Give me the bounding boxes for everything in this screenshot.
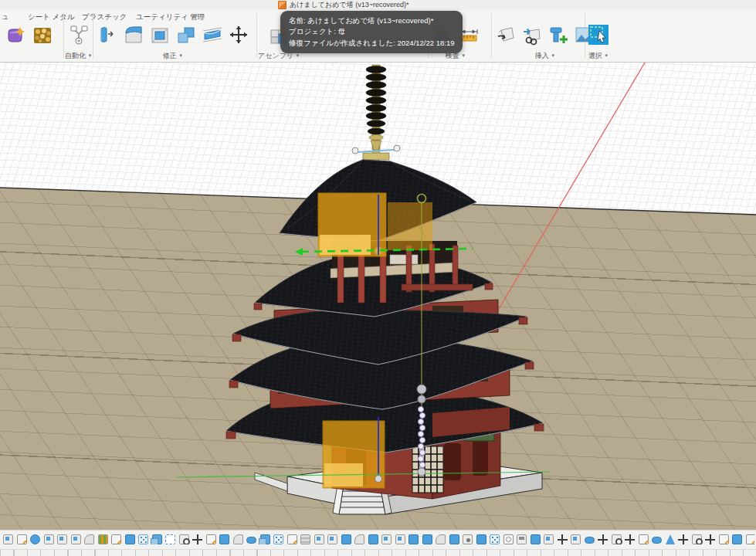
group-label-automate[interactable]: 自動化 ▼ xyxy=(65,51,92,61)
timeline-feature-extrude-icon[interactable] xyxy=(381,534,392,544)
door-opening xyxy=(444,443,461,480)
timeline-feature-move-icon[interactable] xyxy=(192,534,202,544)
timeline-feature-solid-icon[interactable] xyxy=(409,534,419,544)
ribbon-divider xyxy=(491,13,492,58)
timeline-feature-flag-icon[interactable] xyxy=(517,534,527,544)
fillet-icon[interactable] xyxy=(122,22,145,47)
timeline-feature-circle-icon[interactable] xyxy=(503,534,514,544)
ribbon-group-clipped xyxy=(5,21,54,59)
timeline-feature-move-icon[interactable] xyxy=(678,534,688,544)
timeline-feature-solid-icon[interactable] xyxy=(531,534,541,544)
timeline-feature-fillet-icon[interactable] xyxy=(233,534,243,544)
sorin-spire[interactable] xyxy=(352,65,400,160)
group-label-modify[interactable]: 修正 ▼ xyxy=(163,51,183,61)
move-icon[interactable] xyxy=(227,22,250,47)
timeline-feature-select-set-icon[interactable] xyxy=(165,534,175,544)
shell-icon[interactable] xyxy=(148,22,171,47)
timeline-feature-solid-icon[interactable] xyxy=(422,534,432,544)
chevron-down-icon: ▼ xyxy=(88,53,93,58)
timeline-feature-combine-icon[interactable] xyxy=(260,534,270,544)
timeline-feature-extrude-icon[interactable] xyxy=(314,534,324,544)
timeline-feature-sketch-icon[interactable] xyxy=(17,534,27,544)
timeline-feature-solid-icon[interactable] xyxy=(449,534,459,544)
timeline-feature-form-icon[interactable] xyxy=(30,534,40,544)
combine-icon[interactable] xyxy=(175,22,198,47)
timeline-feature-solid-icon[interactable] xyxy=(125,534,135,544)
chevron-down-icon: ▼ xyxy=(604,53,609,58)
split-body-icon[interactable] xyxy=(201,22,224,47)
selected-body-orange-4f[interactable] xyxy=(318,193,432,256)
timeline-feature-solid-icon[interactable] xyxy=(476,534,486,544)
timeline-feature-fillet-icon[interactable] xyxy=(436,534,446,544)
insert-fastener-icon[interactable] xyxy=(547,22,570,47)
timeline-feature-solid-icon[interactable] xyxy=(341,534,351,544)
timeline-ruler[interactable] xyxy=(0,549,756,556)
press-pull-icon[interactable] xyxy=(96,22,119,47)
timeline-feature-hole-icon[interactable] xyxy=(463,534,473,544)
timeline-feature-solid-icon[interactable] xyxy=(368,534,378,544)
chevron-down-icon: ▼ xyxy=(296,53,300,58)
timeline-feature-row[interactable] xyxy=(3,534,754,544)
timeline-feature-link-icon[interactable] xyxy=(612,534,622,544)
timeline-feature-sketch-icon[interactable] xyxy=(111,534,121,544)
chevron-down-icon: ▼ xyxy=(461,53,466,58)
timeline-feature-extrude-icon[interactable] xyxy=(3,534,13,544)
document-cube-icon xyxy=(278,1,286,9)
timeline-feature-sketch-icon[interactable] xyxy=(639,534,649,544)
timeline-feature-extrude-icon[interactable] xyxy=(44,534,54,544)
ribbon-group-modify: 修正 ▼ xyxy=(96,21,250,61)
ribbon-group-automate: 自動化 ▼ xyxy=(65,21,92,61)
origin-point[interactable] xyxy=(375,476,382,483)
timeline-feature-shell-icon[interactable] xyxy=(300,534,310,544)
document-hover-tooltip: 名前: あけましておめで塔 (v13~recovered)* プロジェクト: 母… xyxy=(280,11,463,53)
document-tab-strip: あけましておめで塔 (v13~recovered)* xyxy=(0,0,756,10)
insert-link-icon[interactable] xyxy=(520,22,544,47)
timeline-feature-extrude-icon[interactable] xyxy=(57,534,67,544)
timeline-feature-link-icon[interactable] xyxy=(692,534,702,544)
timeline-feature-sketch-icon[interactable] xyxy=(287,534,297,544)
select-icon[interactable] xyxy=(587,22,610,47)
honeycomb-infill-icon[interactable] xyxy=(31,22,54,47)
timeline-feature-fillet-icon[interactable] xyxy=(354,534,364,544)
chevron-down-icon: ▼ xyxy=(551,53,555,58)
timeline-feature-pattern-icon[interactable] xyxy=(273,534,283,544)
timeline-feature-extrude-icon[interactable] xyxy=(544,534,554,544)
timeline-feature-move-icon[interactable] xyxy=(625,534,635,544)
timeline-feature-move-icon[interactable] xyxy=(558,534,568,544)
timeline-feature-solid-icon[interactable] xyxy=(219,534,229,544)
timeline-dock xyxy=(0,530,756,556)
timeline-feature-cylinder-icon[interactable] xyxy=(585,537,595,544)
timeline-feature-combine-icon[interactable] xyxy=(152,534,162,544)
model-canvas[interactable] xyxy=(0,62,756,556)
group-label-insert[interactable]: 挿入 ▼ xyxy=(535,51,555,61)
chevron-down-icon: ▼ xyxy=(178,53,183,58)
timeline-feature-extrude-icon[interactable] xyxy=(71,534,81,544)
timeline-feature-cylinder-icon[interactable] xyxy=(246,537,256,544)
timeline-feature-extrude-icon[interactable] xyxy=(571,534,581,544)
ribbon-group-insert: 挿入 ▼ xyxy=(494,21,596,61)
document-tab[interactable]: あけましておめで塔 (v13~recovered)* xyxy=(278,0,409,10)
timeline-feature-move-icon[interactable] xyxy=(705,534,715,544)
timeline-feature-sketch-icon[interactable] xyxy=(206,534,216,544)
timeline-feature-cone-icon[interactable] xyxy=(666,534,675,544)
3d-viewport[interactable]: ▼ ▼ ▼ ▼ xyxy=(0,62,756,556)
timeline-feature-extrude-icon[interactable] xyxy=(395,534,405,544)
timeline-feature-pattern-icon[interactable] xyxy=(490,534,500,544)
timeline-feature-sketch-icon[interactable] xyxy=(746,534,755,544)
timeline-feature-link-icon[interactable] xyxy=(179,534,189,544)
timeline-feature-extrude-icon[interactable] xyxy=(327,534,337,544)
railing xyxy=(402,284,473,290)
timeline-feature-pattern-icon[interactable] xyxy=(138,534,148,544)
x-axis-line[interactable] xyxy=(494,62,647,317)
timeline-feature-sketch-icon[interactable] xyxy=(719,534,729,544)
insert-derive-icon[interactable] xyxy=(494,22,517,47)
timeline-feature-solid-icon[interactable] xyxy=(732,534,742,544)
timeline-feature-fillet-icon[interactable] xyxy=(84,534,94,544)
automate-node-icon[interactable] xyxy=(67,22,90,47)
timeline-feature-move-icon[interactable] xyxy=(598,534,608,544)
group-label-select[interactable]: 選択 ▼ xyxy=(588,51,609,61)
pagoda-model[interactable] xyxy=(226,65,544,514)
plastic-part-icon[interactable] xyxy=(5,22,28,47)
timeline-feature-appearance-icon[interactable] xyxy=(98,534,108,544)
timeline-feature-cylinder-icon[interactable] xyxy=(652,537,662,544)
